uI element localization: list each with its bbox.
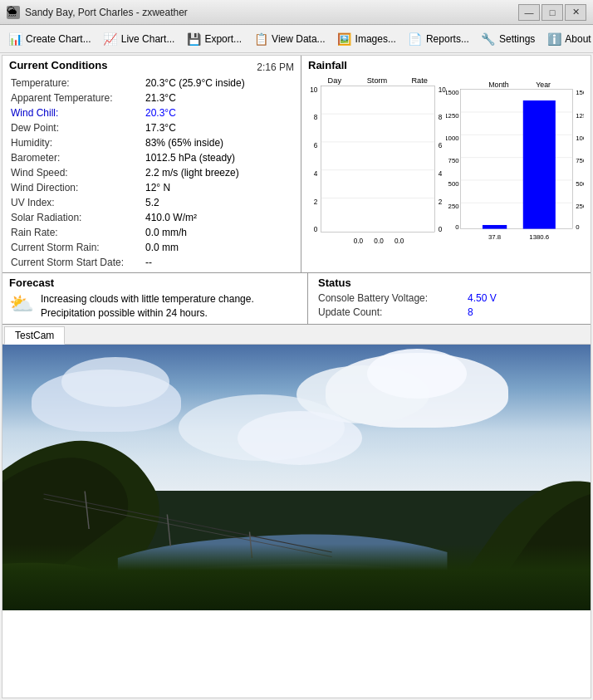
- condition-label: Temperature:: [11, 76, 144, 90]
- rainfall-panel: Rainfall Day Storm Rate 10 8 6: [301, 56, 591, 272]
- condition-label: Barometer:: [11, 151, 144, 164]
- menu-settings[interactable]: 🔧 Settings: [475, 27, 541, 51]
- about-label: About: [565, 33, 591, 45]
- battery-value: 4.50 V: [468, 292, 497, 304]
- condition-label: Wind Chill:: [11, 106, 144, 120]
- settings-label: Settings: [499, 33, 535, 45]
- condition-row: Current Storm Rain:0.0 mm: [11, 241, 292, 254]
- svg-text:10: 10: [439, 86, 446, 94]
- chart2-svg: Month Year 1500 1250 1000 750 500 250 0 …: [446, 73, 584, 252]
- svg-text:1000: 1000: [446, 135, 459, 142]
- view-data-icon: 📋: [253, 32, 268, 47]
- condition-value: 2.2 m/s (light breeze): [145, 166, 292, 179]
- svg-text:0: 0: [439, 226, 443, 233]
- svg-text:250: 250: [448, 203, 460, 210]
- condition-value: 21.3°C: [145, 91, 292, 105]
- svg-text:1380.6: 1380.6: [529, 233, 549, 241]
- svg-rect-46: [523, 100, 556, 229]
- menu-create-chart[interactable]: 📊 Create Chart...: [2, 27, 97, 51]
- svg-text:6: 6: [314, 142, 318, 149]
- svg-text:4: 4: [314, 170, 318, 178]
- svg-rect-45: [483, 225, 507, 229]
- svg-text:1250: 1250: [576, 112, 584, 120]
- svg-text:1500: 1500: [576, 89, 584, 96]
- condition-label: Apparent Temperature:: [11, 91, 144, 105]
- menubar: 📊 Create Chart... 📈 Live Chart... 💾 Expo…: [0, 25, 593, 53]
- svg-text:Month: Month: [488, 81, 508, 89]
- condition-value: --: [145, 256, 292, 269]
- svg-text:750: 750: [448, 157, 460, 164]
- export-icon: 💾: [186, 32, 201, 47]
- foreground-layer: [2, 544, 591, 610]
- condition-label: UV Index:: [11, 196, 144, 209]
- menu-images[interactable]: 🖼️ Images...: [331, 27, 402, 51]
- menu-reports[interactable]: 📄 Reports...: [402, 27, 475, 51]
- svg-text:Storm: Storm: [367, 76, 388, 85]
- condition-value: 17.3°C: [145, 121, 292, 135]
- cloud-5: [61, 357, 169, 407]
- svg-text:500: 500: [576, 180, 584, 188]
- svg-text:Rate: Rate: [411, 76, 427, 85]
- status-title: Status: [318, 277, 581, 289]
- svg-text:Day: Day: [328, 76, 342, 85]
- status-row-update: Update Count: 8: [318, 306, 581, 318]
- about-icon: ℹ️: [546, 32, 561, 47]
- window-title: Sandy Bay, Port Charles - zxweather: [25, 7, 518, 18]
- middle-row: Forecast ⛅ Increasing clouds with little…: [2, 273, 591, 325]
- svg-text:750: 750: [576, 157, 584, 164]
- export-label: Export...: [204, 33, 242, 45]
- forecast-title: Forecast: [9, 277, 301, 289]
- condition-row: Wind Chill:20.3°C: [11, 106, 292, 120]
- live-chart-icon: 📈: [103, 32, 118, 47]
- svg-text:37.8: 37.8: [488, 233, 501, 241]
- svg-text:250: 250: [576, 203, 584, 210]
- camera-view: [2, 345, 591, 610]
- rainfall-chart-2: Month Year 1500 1250 1000 750 500 250 0 …: [446, 73, 584, 252]
- condition-label: Rain Rate:: [11, 226, 144, 239]
- svg-text:2: 2: [314, 198, 318, 206]
- rainfall-title: Rainfall: [308, 59, 584, 71]
- condition-label: Current Storm Start Date:: [11, 256, 144, 269]
- condition-value: 83% (65% inside): [145, 136, 292, 149]
- conditions-panel: Current Conditions 2:16 PM Temperature:2…: [2, 56, 301, 272]
- tab-testcam[interactable]: TestCam: [4, 326, 65, 345]
- svg-text:10: 10: [310, 86, 318, 94]
- condition-value: 0.0 mm: [145, 241, 292, 254]
- status-row-battery: Console Battery Voltage: 4.50 V: [318, 292, 581, 304]
- condition-label: Current Storm Rain:: [11, 241, 144, 254]
- cloud-3: [367, 349, 467, 399]
- condition-row: Humidity:83% (65% inside): [11, 136, 292, 149]
- condition-row: Apparent Temperature:21.3°C: [11, 91, 292, 105]
- menu-view-data[interactable]: 📋 View Data...: [247, 27, 331, 51]
- update-value: 8: [468, 306, 473, 318]
- settings-icon: 🔧: [481, 32, 496, 47]
- svg-text:0.0: 0.0: [374, 237, 384, 245]
- condition-value: 0.0 mm/h: [145, 226, 292, 239]
- menu-export[interactable]: 💾 Export...: [180, 27, 247, 51]
- condition-label: Dew Point:: [11, 121, 144, 135]
- conditions-table: Temperature:20.3°C (25.9°C inside)Appare…: [9, 75, 294, 271]
- main-content: Current Conditions 2:16 PM Temperature:2…: [2, 55, 591, 698]
- close-button[interactable]: ✕: [565, 4, 586, 21]
- condition-row: Current Storm Start Date:--: [11, 256, 292, 269]
- menu-live-chart[interactable]: 📈 Live Chart...: [97, 27, 181, 51]
- forecast-weather-icon: ⛅: [9, 292, 34, 316]
- window-controls: — □ ✕: [518, 4, 586, 21]
- chart1-svg: Day Storm Rate 10 8 6 4 2 0 10: [308, 73, 446, 252]
- condition-row: UV Index:5.2: [11, 196, 292, 209]
- time-display: 2:16 PM: [257, 61, 294, 73]
- condition-value: 20.3°C (25.9°C inside): [145, 76, 292, 90]
- svg-text:0: 0: [314, 226, 318, 233]
- condition-value: 410.0 W/m²: [145, 211, 292, 224]
- svg-text:1000: 1000: [576, 135, 584, 142]
- forecast-section: Forecast ⛅ Increasing clouds with little…: [2, 273, 308, 324]
- menu-about[interactable]: ℹ️ About: [541, 27, 593, 51]
- condition-label: Humidity:: [11, 136, 144, 149]
- create-chart-label: Create Chart...: [26, 33, 91, 45]
- minimize-button[interactable]: —: [518, 4, 540, 21]
- rainfall-chart-1: Day Storm Rate 10 8 6 4 2 0 10: [308, 73, 446, 252]
- svg-text:Year: Year: [536, 81, 551, 89]
- images-label: Images...: [355, 33, 396, 45]
- maximize-button[interactable]: □: [542, 4, 563, 21]
- svg-text:4: 4: [439, 170, 443, 178]
